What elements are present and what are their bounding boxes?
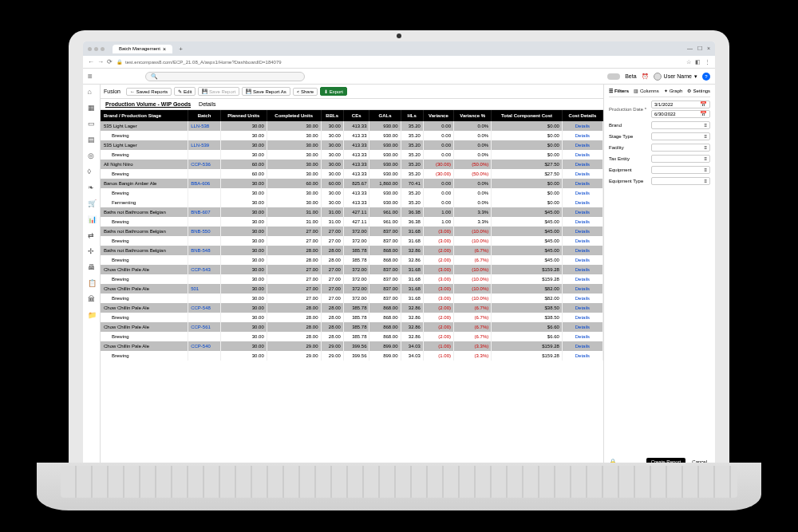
- plus-icon[interactable]: ✢: [88, 247, 96, 255]
- details-link[interactable]: Details: [575, 171, 590, 176]
- details-link[interactable]: Details: [575, 344, 590, 349]
- reload-icon[interactable]: ⟳: [107, 58, 113, 65]
- details-link[interactable]: Details: [575, 210, 590, 215]
- batch-link[interactable]: BNB-548: [191, 248, 210, 253]
- tab-main[interactable]: Production Volume - WIP Goods: [105, 101, 191, 107]
- details-link[interactable]: Details: [575, 219, 590, 224]
- folder-icon[interactable]: 📁: [88, 311, 96, 319]
- edit-button[interactable]: ✎ Edit: [174, 87, 196, 96]
- star-icon[interactable]: ☆: [686, 59, 691, 65]
- details-link[interactable]: Details: [575, 229, 590, 234]
- column-header[interactable]: Cost Details: [562, 110, 602, 121]
- details-link[interactable]: Details: [575, 315, 590, 320]
- column-header[interactable]: CEs: [343, 110, 369, 121]
- column-header[interactable]: Total Component Cost: [492, 110, 563, 121]
- date-to-input[interactable]: 6/30/2022📅: [651, 110, 710, 118]
- new-tab-button[interactable]: +: [179, 45, 183, 53]
- target-icon[interactable]: ◎: [88, 152, 96, 160]
- batch-link[interactable]: CCP-561: [191, 325, 211, 329]
- arrows-icon[interactable]: ⇄: [88, 231, 96, 239]
- batch-link[interactable]: BNB-550: [191, 229, 210, 234]
- panel-tab-settings[interactable]: ⚙Settings: [687, 88, 710, 93]
- details-link[interactable]: Details: [575, 162, 590, 167]
- maximize-icon[interactable]: ☐: [697, 45, 702, 52]
- filter-input[interactable]: ≡: [651, 132, 710, 140]
- saved-reports-button[interactable]: ← Saved Reports: [126, 88, 172, 96]
- column-header[interactable]: BBLs: [321, 110, 343, 121]
- column-header[interactable]: Brand / Production Stage: [101, 110, 188, 121]
- panel-tab-columns[interactable]: ▥Columns: [634, 88, 659, 93]
- column-header[interactable]: Variance: [423, 110, 453, 121]
- details-link[interactable]: Details: [575, 286, 590, 291]
- close-icon[interactable]: ×: [163, 46, 166, 52]
- column-header[interactable]: HLs: [401, 110, 423, 121]
- chart-icon[interactable]: 📊: [88, 215, 96, 223]
- clipboard-icon[interactable]: 📋: [88, 279, 96, 287]
- share-button[interactable]: < Share: [293, 88, 318, 96]
- beta-toggle[interactable]: [607, 73, 620, 80]
- details-link[interactable]: Details: [575, 334, 590, 339]
- details-link[interactable]: Details: [575, 238, 590, 243]
- batch-link[interactable]: BBA-606: [191, 181, 210, 186]
- details-link[interactable]: Details: [575, 191, 590, 195]
- details-link[interactable]: Details: [575, 181, 590, 186]
- hamburger-icon[interactable]: ≡: [88, 72, 93, 81]
- filter-input[interactable]: ≡: [651, 177, 710, 185]
- tab-details[interactable]: Details: [199, 101, 215, 107]
- details-link[interactable]: Details: [575, 200, 590, 205]
- panel-tab-filters[interactable]: ☰Filters: [609, 88, 629, 93]
- column-header[interactable]: Batch: [188, 110, 221, 121]
- batch-link[interactable]: BNB-607: [191, 210, 210, 215]
- leaf-icon[interactable]: ❧: [88, 183, 96, 191]
- help-icon[interactable]: ?: [702, 73, 710, 81]
- column-header[interactable]: Completed Units: [267, 110, 321, 121]
- user-menu[interactable]: User Name ▾: [654, 73, 697, 81]
- details-link[interactable]: Details: [575, 133, 590, 138]
- filter-input[interactable]: ≡: [651, 144, 710, 152]
- book-icon[interactable]: ▭: [88, 120, 96, 128]
- building-icon[interactable]: 🏛: [88, 295, 96, 303]
- close-window-icon[interactable]: ×: [707, 45, 710, 52]
- export-button[interactable]: ⬇ Export: [320, 87, 347, 96]
- batch-link[interactable]: LLN-539: [191, 143, 209, 148]
- save-report-as-button[interactable]: 💾 Save Report As: [242, 87, 290, 96]
- batch-link[interactable]: CCP-543: [191, 267, 211, 272]
- filter-input[interactable]: ≡: [651, 155, 710, 163]
- browser-tab[interactable]: Batch Management ×: [113, 45, 172, 53]
- batch-link[interactable]: CCP-540: [191, 344, 211, 349]
- search-input[interactable]: 🔍: [145, 72, 305, 81]
- save-report-button[interactable]: 💾 Save Report: [198, 87, 239, 96]
- column-header[interactable]: GALs: [369, 110, 401, 121]
- details-link[interactable]: Details: [575, 325, 590, 329]
- date-from-input[interactable]: 3/1/2022📅: [651, 100, 710, 108]
- back-icon[interactable]: ←: [88, 58, 94, 65]
- grid-icon[interactable]: ▦: [88, 104, 96, 112]
- details-link[interactable]: Details: [575, 124, 590, 128]
- batch-link[interactable]: 501: [191, 286, 199, 291]
- batch-link[interactable]: LLN-538: [191, 124, 209, 128]
- details-link[interactable]: Details: [575, 143, 590, 148]
- forward-icon[interactable]: →: [97, 58, 104, 65]
- print-icon[interactable]: 🖶: [88, 263, 96, 271]
- keg-icon[interactable]: ◊: [88, 167, 96, 175]
- details-link[interactable]: Details: [575, 305, 590, 310]
- panel-tab-graph[interactable]: ✦Graph: [664, 88, 683, 93]
- details-link[interactable]: Details: [575, 267, 590, 272]
- batch-link[interactable]: CCP-536: [191, 162, 211, 167]
- details-link[interactable]: Details: [575, 277, 590, 282]
- details-link[interactable]: Details: [575, 296, 590, 301]
- menu-icon[interactable]: ⋮: [705, 59, 710, 65]
- address-bar[interactable]: 🔒 test.encompass8.com/ECP_21.08_A/aspx1/…: [117, 59, 682, 65]
- alarm-icon[interactable]: ⏰: [642, 73, 649, 80]
- details-link[interactable]: Details: [575, 152, 590, 157]
- column-header[interactable]: Planned Units: [220, 110, 267, 121]
- extension-icon[interactable]: ◧: [695, 59, 701, 65]
- filter-input[interactable]: ≡: [651, 166, 710, 174]
- column-header[interactable]: Variance %: [454, 110, 492, 121]
- minimize-icon[interactable]: —: [687, 45, 693, 52]
- details-link[interactable]: Details: [575, 248, 590, 253]
- details-link[interactable]: Details: [575, 258, 590, 262]
- cart-icon[interactable]: 🛒: [88, 199, 96, 207]
- filter-input[interactable]: ≡: [651, 121, 710, 129]
- doc-icon[interactable]: ▤: [88, 136, 96, 144]
